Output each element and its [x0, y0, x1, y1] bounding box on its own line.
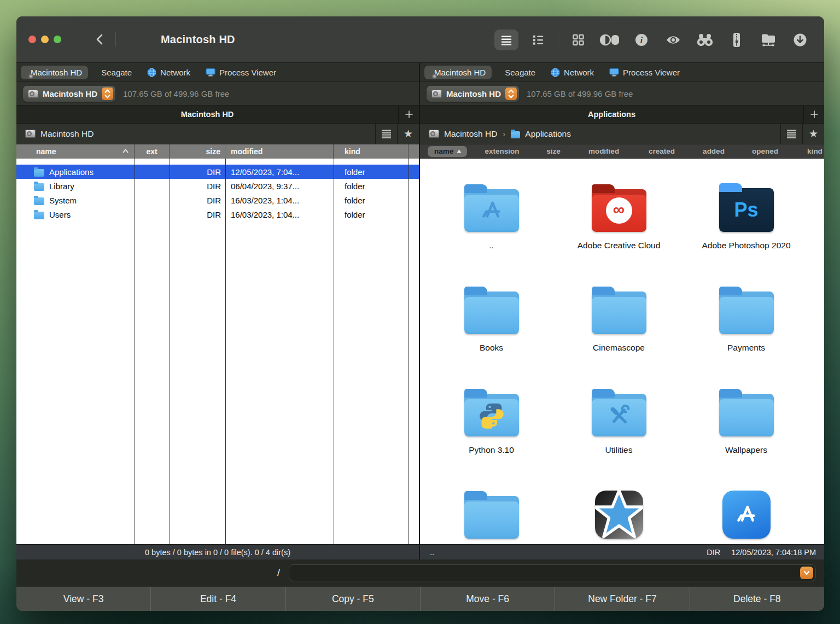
- column-header-kind[interactable]: kind: [807, 147, 822, 155]
- close-button[interactable]: [28, 36, 36, 43]
- grid-item-books[interactable]: Books: [428, 277, 555, 380]
- column-header-added[interactable]: added: [703, 147, 725, 155]
- grid-item-payments[interactable]: Payments: [682, 277, 810, 380]
- left-file-list[interactable]: Applications DIR 12/05/2023, 7:04... fol…: [16, 159, 419, 544]
- grid-item-python-3.10[interactable]: Python 3.10: [428, 380, 555, 482]
- grid-item-adobe-creative-cloud[interactable]: ∞ Adobe Creative Cloud: [555, 175, 682, 277]
- download-icon[interactable]: [788, 30, 812, 50]
- search-binoculars-icon[interactable]: [693, 30, 717, 50]
- breadcrumb-current[interactable]: Applications: [525, 129, 571, 139]
- zoom-button[interactable]: [54, 36, 61, 43]
- table-row[interactable]: Library DIR 06/04/2023, 9:37... folder: [16, 179, 419, 193]
- grid-item-label: Adobe Photoshop 2020: [702, 239, 790, 252]
- detailed-list-view-icon[interactable]: [526, 30, 550, 50]
- tab-seagate[interactable]: Seagate: [91, 66, 138, 79]
- column-divider[interactable]: [170, 159, 170, 544]
- table-row[interactable]: Users DIR 16/03/2023, 1:04... folder: [16, 207, 419, 221]
- folder-icon: [34, 212, 44, 219]
- folder-icon: [34, 197, 44, 205]
- column-header-size[interactable]: size: [170, 144, 225, 159]
- column-header-size[interactable]: size: [546, 147, 561, 155]
- column-header-name[interactable]: name: [428, 146, 467, 157]
- column-header-ext[interactable]: ext: [135, 144, 170, 159]
- grid-item-adobe-photoshop-2020[interactable]: Ps Adobe Photoshop 2020: [682, 175, 810, 277]
- add-tab-button[interactable]: [803, 106, 824, 123]
- preview-eye-icon[interactable]: [661, 30, 685, 50]
- column-divider[interactable]: [409, 159, 409, 544]
- left-breadcrumb-row: Macintosh HD ★: [16, 124, 419, 144]
- dual-pane-toggle-icon[interactable]: [598, 30, 622, 50]
- breadcrumb[interactable]: Macintosh HD › Applications: [429, 129, 780, 139]
- folder-icon: [719, 394, 774, 436]
- command-input[interactable]: [289, 564, 816, 581]
- command-history-dropdown-icon[interactable]: [800, 567, 813, 579]
- add-tab-button[interactable]: [398, 106, 419, 123]
- tab-macintosh-hd[interactable]: Macintosh HD: [21, 66, 88, 79]
- drive-stepper-icon[interactable]: [505, 88, 517, 100]
- list-view-icon[interactable]: [494, 30, 518, 50]
- network-drive-icon[interactable]: [756, 30, 780, 50]
- back-icon[interactable]: [91, 31, 108, 48]
- view-menu-icon[interactable]: [375, 124, 397, 144]
- favorites-star-icon[interactable]: ★: [802, 124, 824, 144]
- minimize-button[interactable]: [41, 36, 49, 43]
- tab-network[interactable]: Network: [141, 66, 196, 79]
- column-header-created[interactable]: created: [649, 147, 675, 155]
- column-divider[interactable]: [334, 159, 334, 544]
- right-file-grid[interactable]: .. ∞ Adobe Creative Cloud Ps Adobe Photo…: [420, 159, 824, 544]
- grid-item[interactable]: [682, 482, 810, 544]
- column-header-modified[interactable]: modified: [225, 144, 334, 159]
- breadcrumb[interactable]: Macintosh HD: [25, 129, 375, 139]
- favorites-star-icon[interactable]: ★: [397, 124, 419, 144]
- drive-selector[interactable]: Macintosh HD: [23, 86, 115, 102]
- archive-zip-icon[interactable]: [725, 30, 749, 50]
- view-f3-button[interactable]: View - F3: [16, 587, 150, 611]
- delete-f8-button[interactable]: Delete - F8: [690, 587, 824, 611]
- table-row[interactable]: Applications DIR 12/05/2023, 7:04... fol…: [16, 165, 419, 179]
- tab-process-viewer[interactable]: Process Viewer: [200, 66, 282, 79]
- info-icon[interactable]: i: [629, 30, 654, 50]
- new-folder-f7-button[interactable]: New Folder - F7: [555, 587, 689, 611]
- folder-adobe-cc-icon: ∞: [592, 189, 646, 232]
- grid-item-cinemascope[interactable]: Cinemascope: [555, 277, 682, 380]
- tab-process-viewer[interactable]: Process Viewer: [603, 66, 686, 79]
- forward-icon[interactable]: [124, 31, 140, 48]
- column-header-opened[interactable]: opened: [752, 147, 778, 155]
- column-divider[interactable]: [135, 159, 135, 544]
- edit-f4-button[interactable]: Edit - F4: [150, 587, 285, 611]
- view-menu-icon[interactable]: [780, 124, 802, 144]
- folder-icon: [464, 496, 519, 539]
- sort-asc-icon: [122, 149, 129, 153]
- grid-item-wallpapers[interactable]: Wallpapers: [682, 380, 810, 482]
- column-header-kind[interactable]: kind: [334, 144, 409, 159]
- table-row[interactable]: System DIR 16/03/2023, 1:04... folder: [16, 193, 419, 207]
- grid-view-icon[interactable]: [566, 30, 590, 50]
- toolbar-separator: [558, 33, 558, 47]
- copy-f5-button[interactable]: Copy - F5: [285, 587, 420, 611]
- drive-stepper-icon[interactable]: [102, 88, 113, 100]
- tab-macintosh-hd[interactable]: Macintosh HD: [424, 66, 492, 79]
- grid-item-label: Cinemascope: [593, 341, 645, 354]
- monitor-icon: [609, 68, 619, 77]
- tab-network[interactable]: Network: [545, 66, 600, 79]
- folder-icon: [719, 291, 774, 334]
- selected-item-date: 12/05/2023, 7:04:18 PM: [731, 548, 816, 557]
- column-header-modified[interactable]: modified: [588, 147, 619, 155]
- grid-item[interactable]: [555, 482, 682, 544]
- column-divider[interactable]: [225, 159, 226, 544]
- grid-item[interactable]: [428, 482, 555, 544]
- drive-name: Macintosh HD: [43, 89, 97, 98]
- grid-item-label: Utilities: [605, 444, 633, 457]
- column-header-extension[interactable]: extension: [485, 147, 519, 155]
- tab-seagate[interactable]: Seagate: [495, 66, 541, 79]
- selection-summary: 0 bytes / 0 bytes in 0 / 0 file(s). 0 / …: [145, 548, 290, 557]
- dual-pane-area: Macintosh HDSeagateNetworkProcess Viewer…: [16, 63, 824, 559]
- drive-selector[interactable]: Macintosh HD: [427, 86, 519, 102]
- hard-drive-icon: [28, 90, 38, 98]
- column-header-name[interactable]: name: [16, 144, 135, 159]
- folder-python-icon: [464, 394, 519, 436]
- breadcrumb-root[interactable]: Macintosh HD: [444, 129, 497, 139]
- move-f6-button[interactable]: Move - F6: [420, 587, 555, 611]
- grid-item-utilities[interactable]: Utilities: [555, 380, 682, 482]
- grid-item-..[interactable]: ..: [428, 175, 555, 277]
